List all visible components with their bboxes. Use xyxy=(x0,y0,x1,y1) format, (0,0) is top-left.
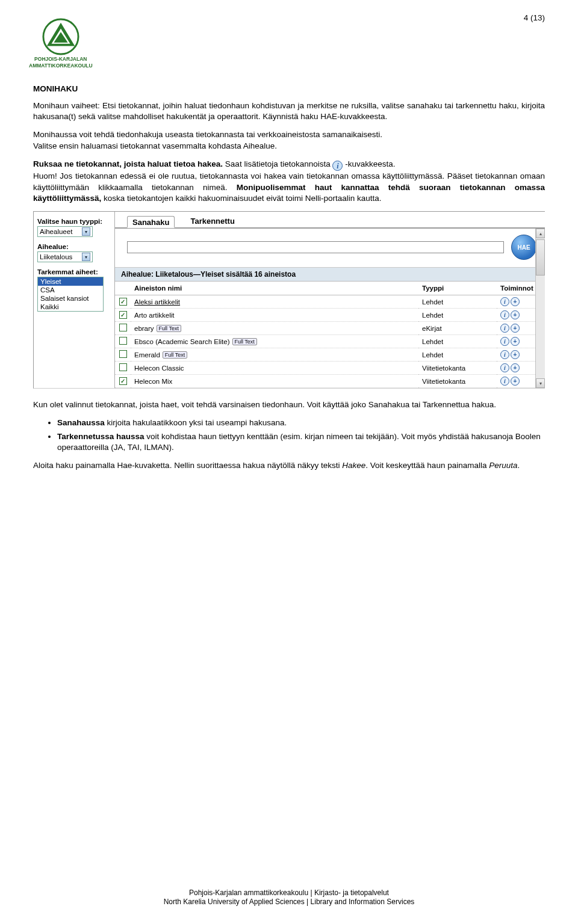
results-table: Aineiston nimi Tyyppi Toiminnot ✓Aleksi … xyxy=(115,282,545,388)
para-5: Aloita haku painamalla Hae-kuvaketta. Ne… xyxy=(33,460,545,471)
checkbox[interactable] xyxy=(119,337,127,345)
footer-line-2: North Karelia University of Applied Scie… xyxy=(0,898,578,907)
resource-name[interactable]: ebrary xyxy=(134,325,154,332)
scroll-down-icon[interactable]: ▾ xyxy=(536,378,545,388)
checkbox[interactable] xyxy=(119,363,127,371)
page-footer: Pohjois-Karjalan ammattikorkeakoulu | Ki… xyxy=(0,889,578,907)
add-icon[interactable]: + xyxy=(511,310,520,319)
add-icon[interactable]: + xyxy=(511,350,520,359)
para-2: Monihaussa voit tehdä tiedonhakuja useas… xyxy=(33,129,545,151)
search-sidebar: Valitse haun tyyppi: Aihealueet ▾ Aiheal… xyxy=(34,212,115,388)
bullet-tarkennettu-bold: Tarkennetussa haussa xyxy=(57,432,144,441)
col-type: Tyyppi xyxy=(418,282,497,295)
org-logo: POHJOIS-KARJALAN AMMATTIKORKEAKOULU xyxy=(29,18,93,69)
search-row: HAE xyxy=(115,229,545,268)
resource-type: Viitetietokanta xyxy=(418,362,497,375)
list-item[interactable]: Yleiset xyxy=(38,277,103,286)
resource-name[interactable]: Arto artikkelit xyxy=(134,312,174,319)
para-3-after: -kuvakkeesta. xyxy=(343,159,395,168)
add-icon[interactable]: + xyxy=(511,377,520,386)
info-icon[interactable]: i xyxy=(500,310,509,319)
resource-type: Viitetietokanta xyxy=(418,375,497,388)
para-5a: Aloita haku painamalla Hae-kuvaketta. Ne… xyxy=(33,461,342,470)
screenshot-nelli: Valitse haun tyyppi: Aihealueet ▾ Aiheal… xyxy=(33,211,545,389)
para-2a: Monihaussa voit tehdä tiedonhakuja useas… xyxy=(33,130,382,139)
resource-type: Lehdet xyxy=(418,335,497,348)
tab-tarkennettu[interactable]: Tarkennettu xyxy=(185,215,239,227)
checkbox[interactable]: ✓ xyxy=(119,377,127,385)
page-number: 4 (13) xyxy=(524,13,545,22)
add-icon[interactable]: + xyxy=(511,363,520,372)
fulltext-badge: Full Text xyxy=(157,325,181,332)
resource-name[interactable]: Aleksi artikkelit xyxy=(134,298,180,306)
info-icon[interactable]: i xyxy=(500,337,509,346)
label-detail: Tarkemmat aiheet: xyxy=(37,268,111,276)
listbox-detail[interactable]: Yleiset CSA Salaiset kansiot Kaikki xyxy=(37,277,104,312)
list-item[interactable]: Kaikki xyxy=(38,303,103,311)
bullet-sanahaku: Sanahaussa kirjoita hakulaatikkoon yksi … xyxy=(57,417,545,428)
checkbox[interactable] xyxy=(119,350,127,358)
resource-name[interactable]: Ebsco (Academic Search Elite) xyxy=(134,338,230,345)
table-row: ✓Arto artikkelitLehdeti+ xyxy=(115,309,545,322)
hae-button[interactable]: HAE xyxy=(511,235,536,260)
table-row: Helecon ClassicViitetietokantai+ xyxy=(115,362,545,375)
logo-text-2: AMMATTIKORKEAKOULU xyxy=(29,63,93,69)
checkbox[interactable]: ✓ xyxy=(119,298,127,306)
scroll-up-icon[interactable]: ▴ xyxy=(536,229,545,238)
resource-name[interactable]: Emerald xyxy=(134,351,160,359)
para-3-tail: koska tietokantojen kaikki hakuominaisuu… xyxy=(101,194,381,203)
info-icon[interactable]: i xyxy=(500,324,509,333)
logo-text-1: POHJOIS-KARJALAN xyxy=(29,57,93,62)
search-input[interactable] xyxy=(127,241,504,253)
list-item[interactable]: Salaiset kansiot xyxy=(38,294,103,303)
label-area: Aihealue: xyxy=(37,243,111,250)
logo-icon xyxy=(42,18,79,55)
info-icon[interactable]: i xyxy=(500,363,509,372)
info-icon[interactable]: i xyxy=(500,297,509,306)
table-row: ✓Aleksi artikkelitLehdeti+ xyxy=(115,295,545,309)
tab-sanahaku[interactable]: Sanahaku xyxy=(127,216,175,228)
info-icon[interactable]: i xyxy=(500,377,509,386)
scrollbar[interactable]: ▴ ▾ xyxy=(535,229,545,388)
table-row: ✓Helecon MixViitetietokantai+ xyxy=(115,375,545,388)
scroll-thumb[interactable] xyxy=(536,239,545,276)
resource-type: eKirjat xyxy=(418,322,497,335)
bullet-sanahaku-text: kirjoita hakulaatikkoon yksi tai useampi… xyxy=(105,418,287,427)
add-icon[interactable]: + xyxy=(511,324,520,333)
bullet-sanahaku-bold: Sanahaussa xyxy=(57,418,105,427)
resource-type: Lehdet xyxy=(418,295,497,309)
checkbox[interactable]: ✓ xyxy=(119,311,127,319)
document-body: MONIHAKU Monihaun vaiheet: Etsi tietokan… xyxy=(33,84,545,471)
list-item[interactable]: CSA xyxy=(38,286,103,294)
tab-bar: Sanahaku Tarkennettu xyxy=(115,212,545,229)
fulltext-badge: Full Text xyxy=(163,351,187,359)
col-name: Aineiston nimi xyxy=(131,282,418,295)
select-search-type[interactable]: Aihealueet ▾ xyxy=(37,226,93,237)
chevron-down-icon: ▾ xyxy=(82,253,90,261)
para-2b: Valitse ensin haluamasi tietokannat vase… xyxy=(33,141,277,150)
label-search-type: Valitse haun tyyppi: xyxy=(37,218,111,225)
select-search-type-value: Aihealueet xyxy=(40,228,72,235)
checkbox[interactable] xyxy=(119,324,127,331)
para-3-bold1: Ruksaa ne tietokannat, joista haluat tie… xyxy=(33,159,223,168)
resource-name[interactable]: Helecon Classic xyxy=(134,365,184,372)
add-icon[interactable]: + xyxy=(511,337,520,346)
search-main: Sanahaku Tarkennettu HAE Aihealue: Liike… xyxy=(115,212,545,388)
info-icon: i xyxy=(332,161,343,171)
table-row: Ebsco (Academic Search Elite)Full TextLe… xyxy=(115,335,545,348)
para-5c: . xyxy=(518,461,520,470)
table-row: ebraryFull TexteKirjati+ xyxy=(115,322,545,335)
para-4: Kun olet valinnut tietokannat, joista ha… xyxy=(33,399,545,410)
para-3: Ruksaa ne tietokannat, joista haluat tie… xyxy=(33,159,545,204)
add-icon[interactable]: + xyxy=(511,297,520,306)
footer-line-1: Pohjois-Karjalan ammattikorkeakoulu | Ki… xyxy=(0,889,578,898)
para-5-i1: Hakee xyxy=(342,461,365,470)
para-5b: . Voit keskeyttää haun painamalla xyxy=(365,461,489,470)
table-row: EmeraldFull TextLehdeti+ xyxy=(115,348,545,362)
para-3-mid: Saat lisätietoja tietokannoista xyxy=(223,159,332,168)
select-area[interactable]: Liiketalous ▾ xyxy=(37,251,93,262)
info-icon[interactable]: i xyxy=(500,350,509,359)
resource-name[interactable]: Helecon Mix xyxy=(134,378,172,385)
bullet-list: Sanahaussa kirjoita hakulaatikkoon yksi … xyxy=(57,417,545,453)
fulltext-badge: Full Text xyxy=(232,338,257,345)
